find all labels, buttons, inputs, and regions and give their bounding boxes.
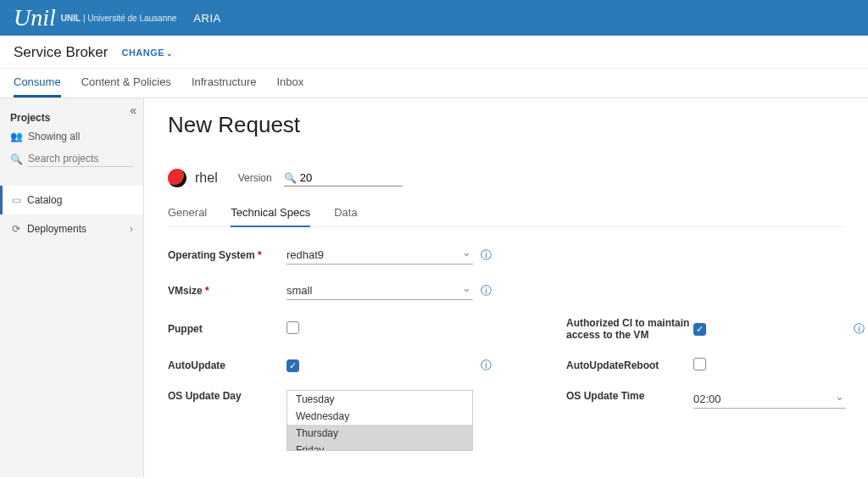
label-puppet: Puppet: [168, 323, 287, 335]
inner-tab-bar: General Technical Specs Data: [168, 199, 844, 227]
checkbox-auth-ci[interactable]: ✓: [693, 323, 706, 336]
tab-content-policies[interactable]: Content & Policies: [81, 69, 171, 97]
search-projects-input[interactable]: [28, 151, 133, 167]
change-link[interactable]: CHANGE⌄: [121, 47, 173, 58]
sidebar-item-label: Deployments: [27, 223, 86, 235]
select-os[interactable]: redhat9: [287, 246, 473, 265]
people-icon: 👥: [10, 131, 23, 142]
tab-infrastructure[interactable]: Infrastructure: [192, 69, 257, 97]
checkbox-puppet[interactable]: [287, 321, 299, 334]
version-search[interactable]: 🔍: [284, 170, 403, 187]
label-os: Operating System *: [168, 249, 287, 261]
context-bar: Service Broker CHANGE⌄: [0, 36, 868, 69]
sidebar-heading-projects: Projects: [10, 112, 133, 124]
list-item[interactable]: Thursday: [287, 425, 472, 442]
checkbox-autoupdate-reboot[interactable]: [693, 358, 706, 370]
search-icon: 🔍: [10, 153, 23, 165]
tab-inbox[interactable]: Inbox: [276, 69, 303, 97]
org-logo-sub: UNIL | Université de Lausanne: [61, 14, 177, 23]
top-tab-bar: Consume Content & Policies Infrastructur…: [0, 69, 868, 98]
inner-tab-general[interactable]: General: [168, 199, 207, 227]
service-title: Service Broker: [14, 44, 108, 61]
select-os-update-time[interactable]: 02:00: [693, 390, 846, 409]
sidebar-item-label: Catalog: [27, 194, 62, 206]
label-autoupdate: AutoUpdate: [168, 359, 287, 371]
sidebar-item-catalog[interactable]: ▭ Catalog: [0, 186, 143, 214]
listbox-os-update-day[interactable]: Tuesday Wednesday Thursday Friday Saturd…: [287, 390, 473, 451]
sidebar-showing-all[interactable]: 👥 Showing all: [10, 131, 133, 142]
sidebar: « Projects 👥 Showing all 🔍 ▭ Catalog ⟳: [0, 98, 144, 477]
catalog-item-header: rhel Version 🔍: [168, 169, 844, 187]
inner-tab-data[interactable]: Data: [334, 199, 357, 227]
deployments-icon: ⟳: [10, 223, 22, 235]
page-title: New Request: [168, 112, 844, 138]
tab-consume[interactable]: Consume: [14, 69, 61, 97]
info-icon[interactable]: ⓘ: [473, 358, 498, 373]
collapse-sidebar-icon[interactable]: «: [130, 103, 136, 117]
label-os-update-day: OS Update Day: [168, 390, 287, 402]
label-os-update-time: OS Update Time: [566, 390, 693, 402]
checkbox-autoupdate[interactable]: ✓: [287, 359, 299, 372]
label-auth-ci: Authorized CI to maintain access to the …: [566, 317, 693, 341]
chevron-right-icon: ›: [130, 223, 133, 235]
select-vmsize[interactable]: small: [287, 281, 473, 300]
info-icon[interactable]: ⓘ: [473, 248, 498, 263]
org-logo-script: Unil: [14, 6, 56, 30]
list-item[interactable]: Wednesday: [287, 408, 472, 425]
label-vmsize: VMsize *: [168, 285, 287, 297]
version-input[interactable]: [300, 170, 403, 186]
redhat-icon: [168, 169, 186, 187]
search-icon[interactable]: 🔍: [284, 172, 297, 184]
label-autoupdate-reboot: AutoUpdateReboot: [566, 359, 693, 371]
list-item[interactable]: Friday: [287, 442, 472, 451]
form-grid: Operating System * redhat9 ⓘ VMsize * sm…: [168, 246, 844, 451]
info-icon[interactable]: ⓘ: [473, 283, 498, 298]
item-name: rhel: [195, 170, 218, 186]
main-content: New Request rhel Version 🔍 General Techn…: [144, 98, 868, 477]
top-banner: Unil UNIL | Université de Lausanne ARIA: [0, 0, 868, 36]
sidebar-item-deployments[interactable]: ⟳ Deployments ›: [0, 214, 143, 243]
version-label: Version: [238, 172, 272, 184]
list-item[interactable]: Tuesday: [287, 391, 472, 408]
catalog-icon: ▭: [10, 194, 22, 206]
chevron-down-icon: ⌄: [166, 49, 174, 58]
info-icon[interactable]: ⓘ: [846, 321, 868, 337]
product-name: ARIA: [193, 12, 220, 25]
inner-tab-technical-specs[interactable]: Technical Specs: [231, 199, 310, 227]
